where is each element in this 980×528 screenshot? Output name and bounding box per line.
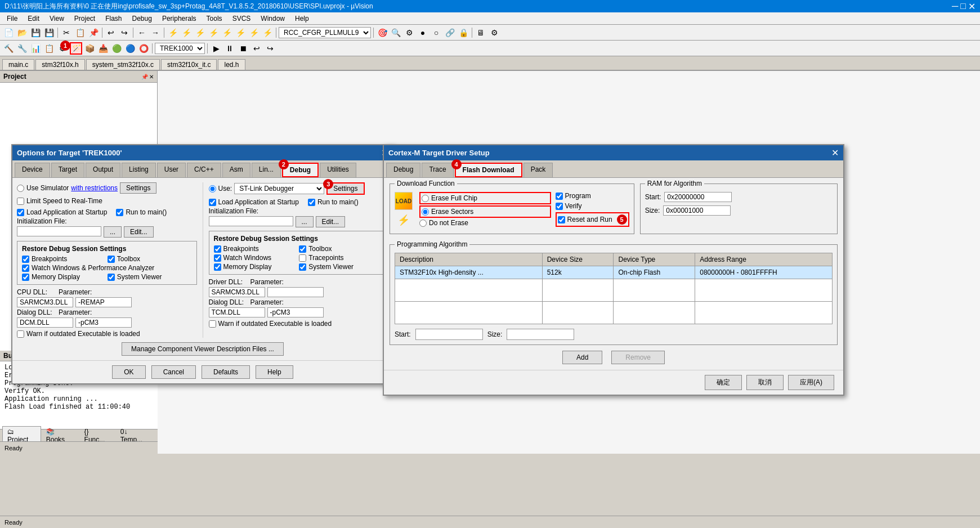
tab-cpp[interactable]: C/C++ xyxy=(187,163,221,177)
ram-size-input[interactable] xyxy=(663,205,731,216)
cortex-dialog-close[interactable]: ✕ xyxy=(831,147,839,158)
file-tab-led[interactable]: led.h xyxy=(218,59,245,70)
tb2-btn-1[interactable]: 🔨 xyxy=(2,42,15,55)
tb-extra-5[interactable]: ○ xyxy=(430,26,442,39)
tb2-btn-4[interactable]: 📋 xyxy=(43,42,55,55)
left-cpu-param-input[interactable] xyxy=(75,297,132,307)
tb-extra-8[interactable]: 🖥 xyxy=(475,26,487,39)
left-watch-check[interactable] xyxy=(22,265,29,272)
tb2-btn-7[interactable]: 📦 xyxy=(83,42,96,55)
redo-btn[interactable]: ↪ xyxy=(118,26,131,39)
verify-check[interactable] xyxy=(556,203,563,210)
menu-tools[interactable]: Tools xyxy=(202,14,227,24)
file-tab-it[interactable]: stm32f10x_it.c xyxy=(161,59,217,70)
maximize-btn[interactable]: □ xyxy=(960,1,966,12)
right-drv-param-input[interactable] xyxy=(267,287,324,297)
tab-output[interactable]: Output xyxy=(86,163,120,177)
file-tab-main[interactable]: main.c xyxy=(2,59,34,70)
menu-flash[interactable]: Flash xyxy=(101,14,126,24)
tb-btn-4[interactable]: ⚡ xyxy=(207,26,220,39)
paste-btn[interactable]: 📌 xyxy=(87,26,100,39)
project-close-btn[interactable]: ✕ xyxy=(149,74,154,80)
left-run-main-check[interactable] xyxy=(116,209,123,216)
file-tab-stm32h[interactable]: stm32f10x.h xyxy=(35,59,84,70)
tb-extra-4[interactable]: ● xyxy=(417,26,429,39)
right-bp-check[interactable] xyxy=(214,245,221,253)
menu-svcs[interactable]: SVCS xyxy=(228,14,256,24)
table-row[interactable]: STM32F10x High-density ... 512k On-chip … xyxy=(395,266,833,279)
tb-extra-9[interactable]: ⚙ xyxy=(488,26,500,39)
menu-debug[interactable]: Debug xyxy=(128,14,156,24)
tb2-btn-8[interactable]: 📥 xyxy=(97,42,109,55)
left-cpu-dll-input[interactable] xyxy=(17,297,73,307)
nav-fwd-btn[interactable]: → xyxy=(149,26,162,39)
do-not-erase-radio[interactable] xyxy=(419,220,427,227)
new-file-btn[interactable]: 📄 xyxy=(2,26,15,39)
tab-listing[interactable]: Listing xyxy=(122,163,156,177)
minimize-btn[interactable]: ─ xyxy=(952,1,958,12)
left-edit-btn[interactable]: Edit... xyxy=(124,226,154,238)
tb-extra-7[interactable]: 🔒 xyxy=(457,26,469,39)
tab-device[interactable]: Device xyxy=(15,163,50,177)
tb2-debug-3[interactable]: ⏹ xyxy=(237,42,249,55)
left-init-file-input[interactable] xyxy=(17,226,101,236)
right-load-app-check[interactable] xyxy=(209,199,216,206)
right-warn-check[interactable] xyxy=(209,320,216,328)
cortex-ok-btn[interactable]: 确定 xyxy=(705,375,742,390)
tb2-btn-9[interactable]: 🟢 xyxy=(110,42,123,55)
tab-target[interactable]: Target xyxy=(51,163,84,177)
menu-peripherals[interactable]: Peripherals xyxy=(158,14,201,24)
reset-run-check[interactable] xyxy=(558,216,565,223)
erase-full-chip-radio[interactable] xyxy=(422,195,429,202)
cortex-tab-flash[interactable]: Flash Download 4 xyxy=(455,163,522,177)
menu-view[interactable]: View xyxy=(45,14,69,24)
left-browse-btn[interactable]: ... xyxy=(104,226,122,238)
tb2-btn-3[interactable]: 📊 xyxy=(29,42,42,55)
tb-btn-6[interactable]: ⚡ xyxy=(234,26,247,39)
left-bp-check[interactable] xyxy=(22,256,29,263)
tb-btn-5[interactable]: ⚡ xyxy=(221,26,233,39)
debugger-combo[interactable]: ST-Link Debugger xyxy=(234,183,324,194)
right-mem-check[interactable] xyxy=(214,263,221,271)
program-check[interactable] xyxy=(556,193,563,200)
left-sv-check[interactable] xyxy=(108,274,115,281)
cortex-cancel-btn[interactable]: 取消 xyxy=(746,375,784,390)
right-dlg-dll-input[interactable] xyxy=(209,307,265,317)
tb-extra-2[interactable]: 🔍 xyxy=(390,26,402,39)
tb2-magic-wand[interactable]: 🪄 xyxy=(70,42,82,55)
right-settings-btn[interactable]: Settings 3 xyxy=(326,182,364,195)
left-toolbox-check[interactable] xyxy=(108,256,115,263)
defaults-btn[interactable]: Defaults xyxy=(202,365,250,379)
file-tab-system[interactable]: system_stm32f10x.c xyxy=(86,59,160,70)
tb2-debug-5[interactable]: ↪ xyxy=(264,42,276,55)
left-mem-check[interactable] xyxy=(22,274,29,281)
right-dlg-param-input[interactable] xyxy=(267,307,324,317)
restrictions-link[interactable]: with restrictions xyxy=(71,184,118,192)
menu-file[interactable]: File xyxy=(2,14,22,24)
right-sv-check[interactable] xyxy=(299,263,306,271)
right-trace-check[interactable] xyxy=(299,254,306,262)
ok-btn[interactable]: OK xyxy=(112,365,145,379)
right-browse-btn[interactable]: ... xyxy=(296,216,314,227)
tb-btn-7[interactable]: ⚡ xyxy=(248,26,260,39)
copy-btn[interactable]: 📋 xyxy=(74,26,86,39)
right-toolbox-check[interactable] xyxy=(299,245,306,253)
target-combo[interactable]: TREK1000 xyxy=(155,43,205,54)
save-btn[interactable]: 💾 xyxy=(29,26,42,39)
remove-btn[interactable]: Remove xyxy=(611,351,665,364)
close-btn[interactable]: ✕ xyxy=(968,1,975,12)
right-watch-check[interactable] xyxy=(214,254,221,262)
cancel-btn[interactable]: Cancel xyxy=(151,365,196,379)
menu-project[interactable]: Project xyxy=(70,14,100,24)
cut-btn[interactable]: ✂ xyxy=(60,26,73,39)
tab-utilities[interactable]: Utilities xyxy=(320,163,356,177)
ram-start-input[interactable] xyxy=(664,192,732,202)
left-dlg-param-input[interactable] xyxy=(75,317,132,328)
cortex-tab-pack[interactable]: Pack xyxy=(523,163,553,177)
menu-edit[interactable]: Edit xyxy=(23,14,44,24)
tb-extra-1[interactable]: 🎯 xyxy=(376,26,388,39)
tb-btn-2[interactable]: ⚡ xyxy=(180,26,193,39)
add-btn[interactable]: Add xyxy=(562,351,602,364)
right-edit-btn[interactable]: Edit... xyxy=(316,216,346,227)
tb-btn-8[interactable]: ⚡ xyxy=(261,26,274,39)
